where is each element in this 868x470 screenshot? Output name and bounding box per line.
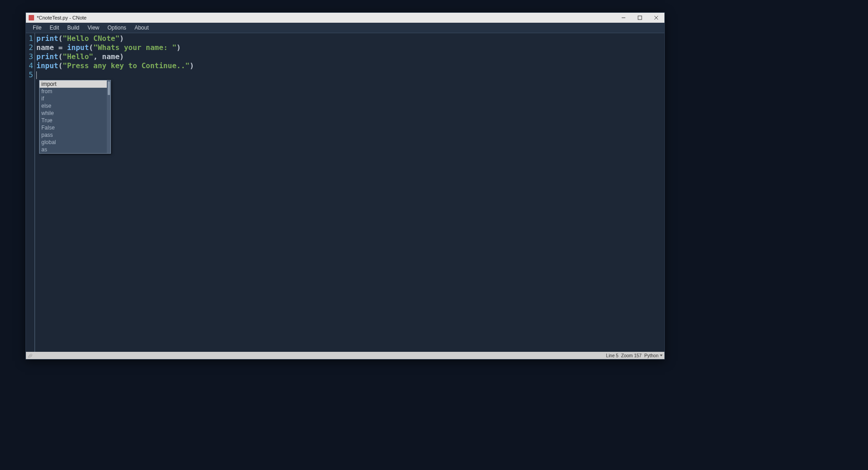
code-token: ) [190,61,194,70]
code-token: "Press any key to Continue.." [63,61,190,70]
resize-grip-icon[interactable] [28,353,32,358]
code-token: name [102,52,120,61]
code-token: ) [176,43,181,52]
code-token: print [36,34,58,43]
autocomplete-item[interactable]: pass [40,131,110,139]
close-icon [654,15,658,20]
code-line[interactable]: print("Hello", name) [36,52,664,61]
line-number: 1 [26,34,35,43]
text-cursor [36,71,37,79]
code-area[interactable]: print("Hello CNote")name = input("Whats … [35,33,664,352]
chevron-down-icon [660,355,663,356]
menu-build[interactable]: Build [63,23,84,33]
status-language-selector[interactable]: Python [644,353,663,358]
code-token: ( [58,52,63,61]
autocomplete-scrollbar-thumb[interactable] [108,81,110,95]
code-token: "Whats your name: " [93,43,176,52]
code-line[interactable] [36,70,664,80]
app-window: *CnoteTest.py - CNote File Edit Build Vi… [25,12,665,360]
minimize-icon [621,15,626,20]
menu-options[interactable]: Options [104,23,130,33]
close-button[interactable] [648,13,664,23]
autocomplete-item[interactable]: global [40,139,110,146]
autocomplete-scrollbar[interactable] [107,80,110,153]
statusbar: Line 5 Zoom 157 Python [26,352,664,359]
code-token: ) [120,52,124,61]
status-line: Line 5 [606,353,619,358]
code-token: ) [120,34,124,43]
menu-about[interactable]: About [130,23,153,33]
menu-edit[interactable]: Edit [45,23,63,33]
code-token: ( [58,34,63,43]
autocomplete-item[interactable]: True [40,117,110,124]
status-language-label: Python [644,353,658,358]
code-line[interactable]: print("Hello CNote") [36,34,664,43]
code-token: print [36,52,58,61]
app-icon [29,15,34,20]
code-token: name [36,43,58,52]
autocomplete-popup[interactable]: importfromifelsewhileTrueFalsepassglobal… [39,80,111,154]
code-line[interactable]: name = input("Whats your name: ") [36,43,664,52]
editor[interactable]: 1 2 3 4 5 print("Hello CNote")name = inp… [26,33,664,352]
line-number: 5 [26,70,35,80]
code-line[interactable]: input("Press any key to Continue..") [36,61,664,70]
autocomplete-item[interactable]: import [40,80,110,88]
line-number: 3 [26,52,35,61]
code-token: ( [58,61,63,70]
autocomplete-item[interactable]: else [40,102,110,110]
code-token: ( [89,43,94,52]
code-token: input [67,43,89,52]
autocomplete-item[interactable]: if [40,95,110,102]
titlebar[interactable]: *CnoteTest.py - CNote [26,13,664,23]
menu-view[interactable]: View [84,23,104,33]
line-number: 4 [26,61,35,70]
menubar: File Edit Build View Options About [26,23,664,33]
code-token: , [93,52,102,61]
code-token: "Hello CNote" [63,34,120,43]
autocomplete-item[interactable]: from [40,88,110,95]
svg-rect-1 [638,16,642,20]
minimize-button[interactable] [615,13,632,23]
window-title: *CnoteTest.py - CNote [37,15,86,20]
autocomplete-item[interactable]: False [40,124,110,131]
code-token: "Hello" [63,52,93,61]
maximize-icon [638,15,642,20]
maximize-button[interactable] [632,13,648,23]
line-number: 2 [26,43,35,52]
code-token: = [58,43,67,52]
autocomplete-item[interactable]: while [40,110,110,117]
code-token: input [36,61,58,70]
status-zoom: Zoom 157 [621,353,642,358]
line-number-gutter: 1 2 3 4 5 [26,33,35,352]
autocomplete-item[interactable]: as [40,146,110,153]
menu-file[interactable]: File [29,23,45,33]
